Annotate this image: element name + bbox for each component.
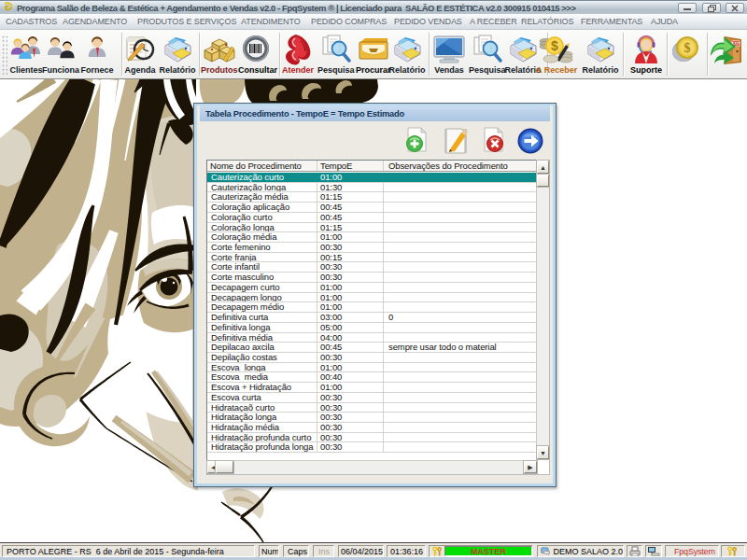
svg-text:$: $ (684, 41, 691, 55)
svg-text:$: $ (551, 38, 558, 53)
